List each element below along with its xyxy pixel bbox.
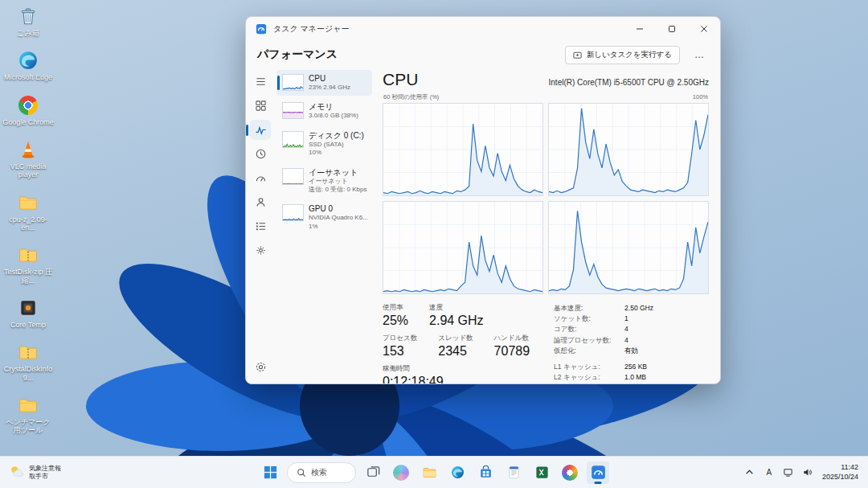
ime-mode-indicator[interactable]: A	[763, 463, 776, 482]
excel-button[interactable]	[530, 461, 553, 484]
more-options-button[interactable]: …	[690, 47, 709, 62]
desktop-icon-label: Core Temp	[10, 321, 46, 329]
sidebar-item-disk[interactable]: ディスク 0 (C:) SSD (SATA) 10%	[276, 127, 372, 162]
desktop-icon-cpuz-folder[interactable]: cpu-z_2.09-en...	[2, 190, 55, 234]
desktop-icon-label: Microsoft Edge	[4, 73, 52, 81]
run-new-task-button[interactable]: 新しいタスクを実行する	[565, 46, 680, 64]
cpu-stats-primary: 使用率25% 速度2.94 GHz プロセス数153 スレッド数2345 ハンド…	[383, 303, 530, 384]
network-icon[interactable]	[782, 463, 795, 482]
desktop-icon-testdisk-zip[interactable]: TestDisk-zip 圧縮...	[2, 242, 55, 286]
weather-widget[interactable]: 気象注意報 取手市	[0, 463, 61, 482]
task-view-button[interactable]	[362, 461, 384, 484]
task-manager-taskbar-button[interactable]	[587, 461, 609, 484]
clock-date: 2025/10/24	[822, 473, 858, 482]
cpu-chart-core-1	[548, 103, 709, 196]
desktop-icon-label: ごみ箱	[17, 29, 39, 37]
desktop-icon-label: CrystalDiskInfo9...	[2, 365, 54, 382]
copilot-button[interactable]	[390, 461, 412, 484]
store-icon	[478, 465, 493, 480]
desktop-icon-vlc[interactable]: VLC media player	[2, 137, 55, 181]
desktop-icon-label: TestDisk-zip 圧縮...	[2, 268, 54, 285]
system-tray: A 11:42 2025/10/24	[743, 461, 868, 483]
start-button[interactable]	[259, 461, 281, 484]
coretemp-icon	[17, 297, 39, 319]
cpu-detail-panel: CPU Intel(R) Core(TM) i5-6500T CPU @ 2.5…	[376, 68, 720, 383]
file-explorer-icon	[422, 465, 437, 480]
photos-button[interactable]	[559, 461, 581, 484]
sidebar-item-gpu[interactable]: GPU 0 NVIDIA Quadro K6... 1%	[276, 200, 372, 235]
desktop-icon-label: Google Chrome	[2, 118, 54, 126]
desktop-icon-label: ベンチマーク用ツール	[2, 418, 54, 435]
disk-sparkline	[282, 131, 304, 148]
task-manager-window: タスク マネージャー パフォーマンス 新しいタスクを実行する …	[245, 16, 721, 384]
nav-app-history-icon[interactable]	[250, 144, 271, 164]
navigation-rail	[246, 68, 275, 383]
weather-text: 気象注意報 取手市	[29, 465, 61, 481]
nav-startup-apps-icon[interactable]	[250, 168, 271, 188]
cpu-heading: CPU	[383, 70, 418, 89]
store-button[interactable]	[474, 461, 497, 484]
notepad-icon	[506, 465, 522, 480]
desktop-icon-column: ごみ箱 Microsoft Edge Google Chrome VLC med…	[2, 3, 55, 437]
sidebar-item-memory[interactable]: メモリ 3.0/8.0 GB (38%)	[276, 98, 372, 124]
run-new-task-icon	[573, 51, 582, 59]
cpu-stats-secondary: 基本速度:2.50 GHz ソケット数:1 コア数:4 論理プロセッサ数:4 仮…	[554, 303, 653, 384]
desktop-icon-recycle-bin[interactable]: ごみ箱	[2, 3, 55, 39]
maximize-button[interactable]	[656, 17, 688, 41]
page-title: パフォーマンス	[257, 47, 338, 62]
clock[interactable]: 11:42 2025/10/24	[821, 461, 860, 483]
ethernet-sparkline	[282, 168, 304, 185]
performance-sidebar: CPU 23% 2.94 GHz メモリ 3.0/8.0 GB (38%)	[275, 68, 376, 383]
edge-button[interactable]	[446, 461, 469, 484]
cpu-model-name: Intel(R) Core(TM) i5-6500T CPU @ 2.50GHz	[549, 78, 709, 87]
edge-icon	[450, 465, 465, 480]
cpu-chart-core-3	[548, 201, 709, 294]
file-explorer-button[interactable]	[418, 461, 440, 484]
desktop-icon-label: cpu-z_2.09-en...	[2, 215, 54, 232]
desktop-icon-crystaldisk-zip[interactable]: CrystalDiskInfo9...	[2, 339, 55, 383]
window-title: タスク マネージャー	[273, 23, 349, 35]
desktop-icon-label: VLC media player	[2, 162, 54, 179]
sidebar-item-cpu[interactable]: CPU 23% 2.94 GHz	[276, 70, 372, 96]
cpu-sparkline	[282, 74, 304, 91]
search-icon	[297, 468, 306, 478]
window-controls	[624, 17, 720, 41]
copilot-icon	[393, 465, 409, 481]
nav-menu-button[interactable]	[250, 72, 271, 92]
window-titlebar[interactable]: タスク マネージャー	[246, 17, 720, 41]
zip-folder-icon	[17, 244, 39, 266]
hidden-icons-chevron[interactable]	[743, 463, 756, 482]
nav-users-icon[interactable]	[250, 192, 271, 212]
nav-processes-icon[interactable]	[250, 96, 271, 116]
taskbar-search-input[interactable]: 検索	[287, 462, 356, 483]
cpu-stats: 使用率25% 速度2.94 GHz プロセス数153 スレッド数2345 ハンド…	[383, 303, 709, 384]
sidebar-item-ethernet[interactable]: イーサネット イーサネット 送信: 0 受信: 0 Kbps	[276, 164, 372, 199]
clock-time: 11:42	[822, 463, 858, 473]
desktop-icon-coretemp[interactable]: Core Temp	[2, 295, 55, 330]
excel-icon	[534, 465, 550, 480]
chart-max-label: 100%	[693, 93, 708, 101]
cpu-logical-processor-charts[interactable]	[383, 103, 709, 294]
recycle-bin-icon	[17, 5, 39, 27]
close-button[interactable]	[688, 17, 720, 41]
nav-details-icon[interactable]	[250, 216, 271, 236]
chart-axis-label: 60 秒間の使用率 (%)	[383, 93, 439, 101]
desktop-icon-edge[interactable]: Microsoft Edge	[2, 47, 55, 83]
nav-performance-icon[interactable]	[250, 120, 271, 140]
notepad-button[interactable]	[502, 461, 525, 484]
photos-icon	[562, 465, 578, 481]
task-manager-icon	[591, 465, 606, 480]
desktop-icon-benchmark-folder[interactable]: ベンチマーク用ツール	[2, 392, 55, 437]
memory-sparkline	[282, 102, 304, 119]
desktop: ごみ箱 Microsoft Edge Google Chrome VLC med…	[0, 0, 868, 488]
weather-icon	[8, 463, 24, 482]
vlc-icon	[17, 138, 39, 161]
desktop-icon-chrome[interactable]: Google Chrome	[2, 92, 55, 128]
settings-button[interactable]	[250, 357, 271, 377]
cpu-chart-core-2	[383, 201, 543, 294]
minimize-button[interactable]	[624, 17, 656, 41]
nav-services-icon[interactable]	[250, 240, 271, 260]
chrome-icon	[17, 94, 39, 117]
volume-icon[interactable]	[801, 463, 814, 482]
search-placeholder: 検索	[311, 467, 327, 478]
